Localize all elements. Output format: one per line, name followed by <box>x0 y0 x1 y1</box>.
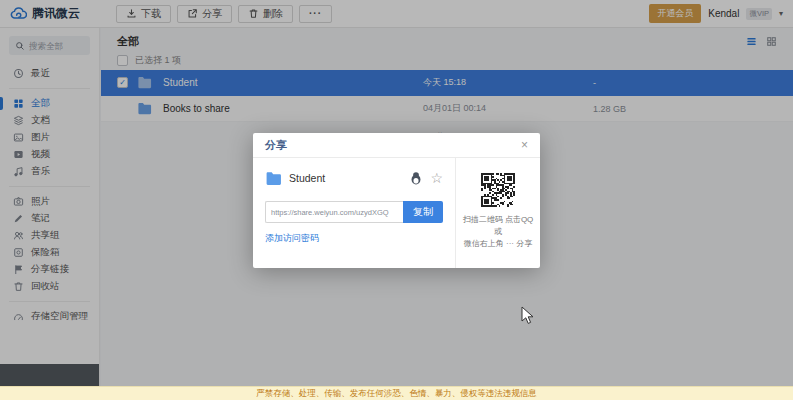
qr-caption-line1: 扫描二维码 点击QQ或 <box>463 215 534 236</box>
qr-code <box>481 173 515 207</box>
share-link-row: 复制 <box>265 201 443 223</box>
add-password-link[interactable]: 添加访问密码 <box>265 232 319 245</box>
warning-text: 严禁存储、处理、传输、发布任何涉恐、色情、暴力、侵权等违法违规信息 <box>256 388 537 398</box>
qr-caption-line2: 微信右上角 ··· 分享 <box>464 239 532 248</box>
dialog-qr-panel: 扫描二维码 点击QQ或 微信右上角 ··· 分享 <box>455 158 540 268</box>
dialog-title: 分享 <box>265 138 287 153</box>
mouse-cursor <box>521 306 535 326</box>
shared-item-row: Student ☆ <box>265 168 443 188</box>
share-link-input[interactable] <box>265 201 403 223</box>
star-icon[interactable]: ☆ <box>430 171 443 185</box>
dialog-left-panel: Student ☆ 复制 添加访问密码 <box>253 158 455 268</box>
close-icon[interactable]: × <box>521 139 528 151</box>
qr-caption: 扫描二维码 点击QQ或 微信右上角 ··· 分享 <box>456 214 540 250</box>
warning-bar: 严禁存储、处理、传输、发布任何涉恐、色情、暴力、侵权等违法违规信息 <box>0 386 793 400</box>
qq-penguin-icon[interactable] <box>409 171 423 185</box>
copy-button[interactable]: 复制 <box>403 201 443 223</box>
dialog-body: Student ☆ 复制 添加访问密码 扫描二维码 点击QQ或 微信右上 <box>253 158 540 268</box>
shared-file-name: Student <box>289 172 325 184</box>
share-dialog: 分享 × Student ☆ 复制 <box>253 133 540 268</box>
weiyun-app: 腾讯微云 下载 分享 <box>0 0 793 400</box>
dialog-header: 分享 × <box>253 133 540 158</box>
folder-icon <box>265 170 282 187</box>
